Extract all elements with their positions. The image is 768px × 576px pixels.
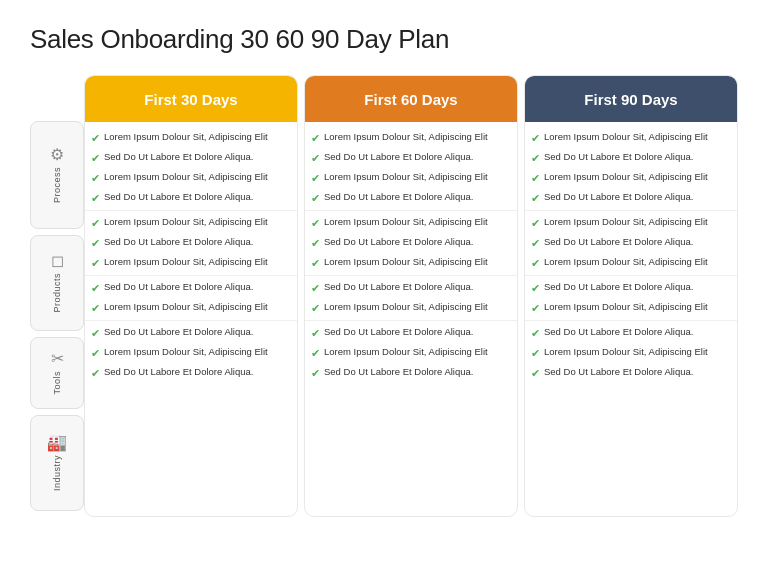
item-text: Lorem Ipsum Dolour Sit, Adipiscing Elit — [544, 256, 708, 269]
item-text: Lorem Ipsum Dolour Sit, Adipiscing Elit — [324, 216, 488, 229]
check-icon: ✔ — [531, 237, 540, 250]
section-products-col-col90: ✔Lorem Ipsum Dolour Sit, Adipiscing Elit… — [525, 211, 737, 276]
item-text: Lorem Ipsum Dolour Sit, Adipiscing Elit — [324, 301, 488, 314]
check-icon: ✔ — [311, 302, 320, 315]
item-text: Sed Do Ut Labore Et Dolore Aliqua. — [324, 366, 473, 379]
sidebar-item-products: ◻ Products — [30, 235, 84, 331]
columns-area: First 30 Days✔Lorem Ipsum Dolour Sit, Ad… — [84, 75, 738, 517]
list-item: ✔Lorem Ipsum Dolour Sit, Adipiscing Elit — [531, 298, 731, 318]
section-industry-col-col30: ✔Sed Do Ut Labore Et Dolore Aliqua.✔Lore… — [85, 321, 297, 385]
check-icon: ✔ — [91, 347, 100, 360]
section-products-col-col30: ✔Lorem Ipsum Dolour Sit, Adipiscing Elit… — [85, 211, 297, 276]
check-icon: ✔ — [91, 282, 100, 295]
section-process-col-col90: ✔Lorem Ipsum Dolour Sit, Adipiscing Elit… — [525, 126, 737, 211]
check-icon: ✔ — [311, 152, 320, 165]
list-item: ✔Sed Do Ut Labore Et Dolore Aliqua. — [531, 148, 731, 168]
item-text: Lorem Ipsum Dolour Sit, Adipiscing Elit — [544, 301, 708, 314]
item-text: Lorem Ipsum Dolour Sit, Adipiscing Elit — [104, 256, 268, 269]
list-item: ✔Sed Do Ut Labore Et Dolore Aliqua. — [91, 233, 291, 253]
check-icon: ✔ — [311, 347, 320, 360]
industry-label: Industry — [52, 455, 62, 491]
item-text: Sed Do Ut Labore Et Dolore Aliqua. — [544, 151, 693, 164]
item-text: Sed Do Ut Labore Et Dolore Aliqua. — [544, 281, 693, 294]
check-icon: ✔ — [311, 367, 320, 380]
list-item: ✔Lorem Ipsum Dolour Sit, Adipiscing Elit — [311, 168, 511, 188]
item-text: Sed Do Ut Labore Et Dolore Aliqua. — [544, 366, 693, 379]
list-item: ✔Sed Do Ut Labore Et Dolore Aliqua. — [311, 233, 511, 253]
list-item: ✔Sed Do Ut Labore Et Dolore Aliqua. — [311, 363, 511, 383]
list-item: ✔Lorem Ipsum Dolour Sit, Adipiscing Elit — [531, 213, 731, 233]
list-item: ✔Lorem Ipsum Dolour Sit, Adipiscing Elit — [91, 128, 291, 148]
item-text: Lorem Ipsum Dolour Sit, Adipiscing Elit — [544, 171, 708, 184]
list-item: ✔Sed Do Ut Labore Et Dolore Aliqua. — [531, 278, 731, 298]
item-text: Sed Do Ut Labore Et Dolore Aliqua. — [324, 236, 473, 249]
check-icon: ✔ — [531, 367, 540, 380]
list-item: ✔Sed Do Ut Labore Et Dolore Aliqua. — [91, 363, 291, 383]
list-item: ✔Lorem Ipsum Dolour Sit, Adipiscing Elit — [311, 298, 511, 318]
sidebar-item-industry: 🏭 Industry — [30, 415, 84, 511]
check-icon: ✔ — [311, 192, 320, 205]
list-item: ✔Lorem Ipsum Dolour Sit, Adipiscing Elit — [91, 298, 291, 318]
item-text: Lorem Ipsum Dolour Sit, Adipiscing Elit — [104, 131, 268, 144]
check-icon: ✔ — [531, 257, 540, 270]
item-text: Lorem Ipsum Dolour Sit, Adipiscing Elit — [104, 216, 268, 229]
tools-icon: ✂ — [51, 351, 64, 367]
industry-icon: 🏭 — [47, 435, 67, 451]
check-icon: ✔ — [531, 132, 540, 145]
check-icon: ✔ — [311, 257, 320, 270]
list-item: ✔Lorem Ipsum Dolour Sit, Adipiscing Elit — [91, 213, 291, 233]
check-icon: ✔ — [91, 152, 100, 165]
item-text: Sed Do Ut Labore Et Dolore Aliqua. — [104, 326, 253, 339]
check-icon: ✔ — [311, 237, 320, 250]
section-industry-col-col60: ✔Sed Do Ut Labore Et Dolore Aliqua.✔Lore… — [305, 321, 517, 385]
check-icon: ✔ — [531, 172, 540, 185]
col-header-col60: First 60 Days — [305, 76, 517, 122]
check-icon: ✔ — [311, 217, 320, 230]
item-text: Sed Do Ut Labore Et Dolore Aliqua. — [324, 151, 473, 164]
section-products-col-col60: ✔Lorem Ipsum Dolour Sit, Adipiscing Elit… — [305, 211, 517, 276]
item-text: Lorem Ipsum Dolour Sit, Adipiscing Elit — [104, 346, 268, 359]
column-col60: First 60 Days✔Lorem Ipsum Dolour Sit, Ad… — [304, 75, 518, 517]
item-text: Sed Do Ut Labore Et Dolore Aliqua. — [104, 366, 253, 379]
check-icon: ✔ — [531, 152, 540, 165]
check-icon: ✔ — [91, 327, 100, 340]
check-icon: ✔ — [531, 217, 540, 230]
check-icon: ✔ — [91, 132, 100, 145]
list-item: ✔Sed Do Ut Labore Et Dolore Aliqua. — [531, 188, 731, 208]
column-col30: First 30 Days✔Lorem Ipsum Dolour Sit, Ad… — [84, 75, 298, 517]
check-icon: ✔ — [91, 302, 100, 315]
col-header-col90: First 90 Days — [525, 76, 737, 122]
list-item: ✔Lorem Ipsum Dolour Sit, Adipiscing Elit — [91, 168, 291, 188]
main-layout: ⚙ Process ◻ Products ✂ Tools 🏭 Industry … — [30, 75, 738, 517]
check-icon: ✔ — [91, 217, 100, 230]
item-text: Sed Do Ut Labore Et Dolore Aliqua. — [324, 326, 473, 339]
products-label: Products — [52, 273, 62, 313]
list-item: ✔Sed Do Ut Labore Et Dolore Aliqua. — [531, 363, 731, 383]
check-icon: ✔ — [311, 172, 320, 185]
item-text: Lorem Ipsum Dolour Sit, Adipiscing Elit — [104, 171, 268, 184]
list-item: ✔Sed Do Ut Labore Et Dolore Aliqua. — [531, 233, 731, 253]
item-text: Sed Do Ut Labore Et Dolore Aliqua. — [104, 151, 253, 164]
col-body-col60: ✔Lorem Ipsum Dolour Sit, Adipiscing Elit… — [305, 122, 517, 389]
check-icon: ✔ — [531, 192, 540, 205]
list-item: ✔Sed Do Ut Labore Et Dolore Aliqua. — [531, 323, 731, 343]
process-icon: ⚙ — [50, 147, 64, 163]
check-icon: ✔ — [531, 347, 540, 360]
list-item: ✔Lorem Ipsum Dolour Sit, Adipiscing Elit — [531, 343, 731, 363]
item-text: Sed Do Ut Labore Et Dolore Aliqua. — [104, 191, 253, 204]
section-process-col-col60: ✔Lorem Ipsum Dolour Sit, Adipiscing Elit… — [305, 126, 517, 211]
item-text: Lorem Ipsum Dolour Sit, Adipiscing Elit — [544, 346, 708, 359]
item-text: Sed Do Ut Labore Et Dolore Aliqua. — [104, 236, 253, 249]
check-icon: ✔ — [531, 282, 540, 295]
list-item: ✔Lorem Ipsum Dolour Sit, Adipiscing Elit — [91, 253, 291, 273]
check-icon: ✔ — [91, 192, 100, 205]
item-text: Lorem Ipsum Dolour Sit, Adipiscing Elit — [324, 256, 488, 269]
check-icon: ✔ — [311, 282, 320, 295]
list-item: ✔Sed Do Ut Labore Et Dolore Aliqua. — [311, 188, 511, 208]
section-tools-col-col30: ✔Sed Do Ut Labore Et Dolore Aliqua.✔Lore… — [85, 276, 297, 321]
item-text: Lorem Ipsum Dolour Sit, Adipiscing Elit — [104, 301, 268, 314]
list-item: ✔Sed Do Ut Labore Et Dolore Aliqua. — [311, 278, 511, 298]
check-icon: ✔ — [91, 172, 100, 185]
list-item: ✔Sed Do Ut Labore Et Dolore Aliqua. — [91, 323, 291, 343]
check-icon: ✔ — [311, 132, 320, 145]
